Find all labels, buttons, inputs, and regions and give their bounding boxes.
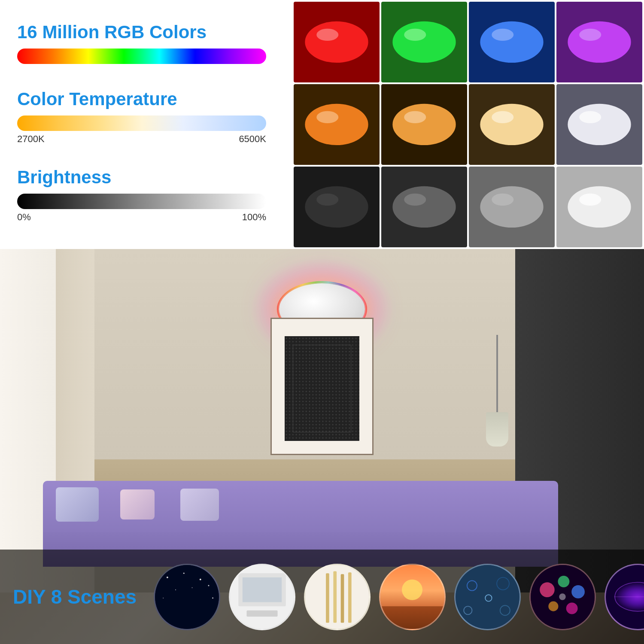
scene-sunset[interactable] xyxy=(379,564,446,630)
temperature-bar[interactable] xyxy=(17,115,266,131)
svg-point-35 xyxy=(192,587,193,588)
artwork-inner xyxy=(285,336,359,441)
color-grid xyxy=(292,0,644,249)
rgb-bar[interactable] xyxy=(17,49,266,64)
svg-point-61 xyxy=(559,593,565,600)
svg-point-9 xyxy=(316,111,338,123)
scene-pencils[interactable] xyxy=(304,564,371,630)
svg-point-47 xyxy=(402,579,422,600)
temperature-labels: 2700K 6500K xyxy=(17,134,266,145)
color-cell-dim-1 xyxy=(294,167,380,247)
svg-point-19 xyxy=(404,194,426,206)
color-cell-red xyxy=(294,2,380,82)
svg-point-58 xyxy=(571,585,585,598)
svg-rect-48 xyxy=(380,606,444,629)
svg-point-7 xyxy=(579,29,601,41)
brightness-bar[interactable] xyxy=(17,194,266,209)
pendant-shade xyxy=(486,412,508,447)
scene-bokeh[interactable] xyxy=(454,564,521,630)
wall-artwork xyxy=(270,318,374,455)
svg-point-59 xyxy=(548,601,558,611)
svg-point-30 xyxy=(183,572,185,574)
svg-point-57 xyxy=(558,575,570,587)
svg-point-2 xyxy=(392,21,456,63)
svg-point-1 xyxy=(316,29,338,41)
scene-night-sky[interactable] xyxy=(154,564,220,630)
scene-office[interactable] xyxy=(229,564,295,630)
svg-point-33 xyxy=(208,585,210,586)
temp-min-label: 2700K xyxy=(17,134,45,145)
sofa-back xyxy=(43,481,558,537)
svg-rect-49 xyxy=(456,565,519,629)
svg-point-3 xyxy=(404,29,426,41)
color-cell-dim-2 xyxy=(381,167,467,247)
scenes-row xyxy=(154,564,644,630)
pillow-1 xyxy=(56,487,99,522)
svg-rect-45 xyxy=(348,572,352,623)
svg-point-18 xyxy=(392,186,456,228)
pendant-cord xyxy=(496,335,498,421)
pillow-2 xyxy=(120,489,155,519)
svg-point-17 xyxy=(316,194,338,206)
top-section: 16 Million RGB Colors Color Temperature … xyxy=(0,0,644,249)
svg-point-4 xyxy=(480,21,543,63)
brightness-block: Brightness 0% 100% xyxy=(17,167,275,223)
svg-point-10 xyxy=(392,104,456,145)
svg-point-36 xyxy=(212,597,213,598)
svg-point-32 xyxy=(175,589,176,590)
svg-rect-28 xyxy=(155,565,219,629)
svg-rect-41 xyxy=(305,565,369,629)
svg-point-34 xyxy=(163,597,164,598)
svg-rect-26 xyxy=(285,337,359,440)
brightness-title: Brightness xyxy=(17,167,275,188)
scene-colorful-lights[interactable] xyxy=(529,564,596,630)
color-cell-green xyxy=(381,2,467,82)
rgb-title: 16 Million RGB Colors xyxy=(17,22,275,43)
temperature-title: Color Temperature xyxy=(17,89,275,109)
temperature-block: Color Temperature 2700K 6500K xyxy=(17,89,275,145)
rgb-block: 16 Million RGB Colors xyxy=(17,22,275,67)
brightness-min-label: 0% xyxy=(17,212,31,223)
left-panel: 16 Million RGB Colors Color Temperature … xyxy=(0,0,292,249)
svg-point-11 xyxy=(404,111,426,123)
svg-point-8 xyxy=(305,104,368,145)
svg-point-31 xyxy=(200,578,201,580)
room-photo: DIY 8 Scenes xyxy=(0,249,644,644)
svg-point-13 xyxy=(492,111,513,123)
color-cell-bright xyxy=(556,167,642,247)
scene-cosmic[interactable] xyxy=(605,564,644,630)
svg-point-0 xyxy=(305,21,368,63)
color-cell-purple xyxy=(556,2,642,82)
svg-point-56 xyxy=(540,582,555,597)
color-cell-warm-white xyxy=(469,84,555,165)
svg-rect-43 xyxy=(333,571,337,623)
temp-max-label: 6500K xyxy=(239,134,266,145)
diy-section: DIY 8 Scenes xyxy=(0,550,644,644)
svg-point-21 xyxy=(492,194,513,206)
svg-point-16 xyxy=(305,186,368,228)
diy-title: DIY 8 Scenes xyxy=(13,585,137,608)
svg-point-15 xyxy=(579,111,601,123)
svg-point-20 xyxy=(480,186,543,228)
brightness-labels: 0% 100% xyxy=(17,212,266,223)
svg-point-14 xyxy=(568,104,631,145)
svg-point-5 xyxy=(492,29,513,41)
svg-point-22 xyxy=(568,186,631,228)
svg-rect-42 xyxy=(326,573,329,623)
color-cell-warm-orange xyxy=(294,84,380,165)
svg-rect-40 xyxy=(247,610,278,616)
svg-point-6 xyxy=(568,21,631,63)
color-cell-warm-amber xyxy=(381,84,467,165)
svg-point-12 xyxy=(480,104,543,145)
svg-point-23 xyxy=(579,194,601,206)
svg-point-60 xyxy=(566,602,578,614)
brightness-max-label: 100% xyxy=(242,212,266,223)
svg-rect-44 xyxy=(341,574,344,623)
color-cell-blue xyxy=(469,2,555,82)
svg-point-29 xyxy=(167,576,168,578)
svg-rect-39 xyxy=(243,577,282,602)
color-cell-cool-white xyxy=(556,84,642,165)
pillow-3 xyxy=(180,489,219,521)
color-cell-dim-3 xyxy=(469,167,555,247)
